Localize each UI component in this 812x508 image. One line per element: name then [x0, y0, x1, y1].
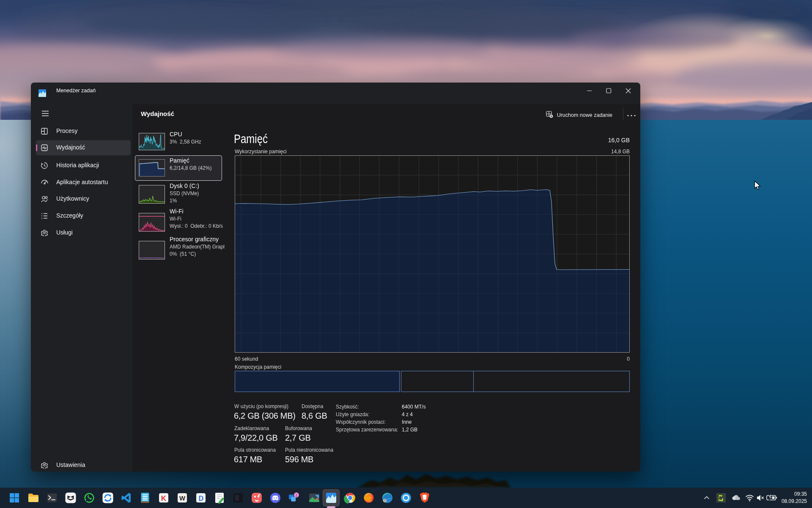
svg-text:W: W	[179, 494, 186, 502]
svg-text:D: D	[199, 495, 204, 502]
svg-text:K: K	[161, 494, 167, 502]
svg-text:1: 1	[296, 493, 298, 497]
